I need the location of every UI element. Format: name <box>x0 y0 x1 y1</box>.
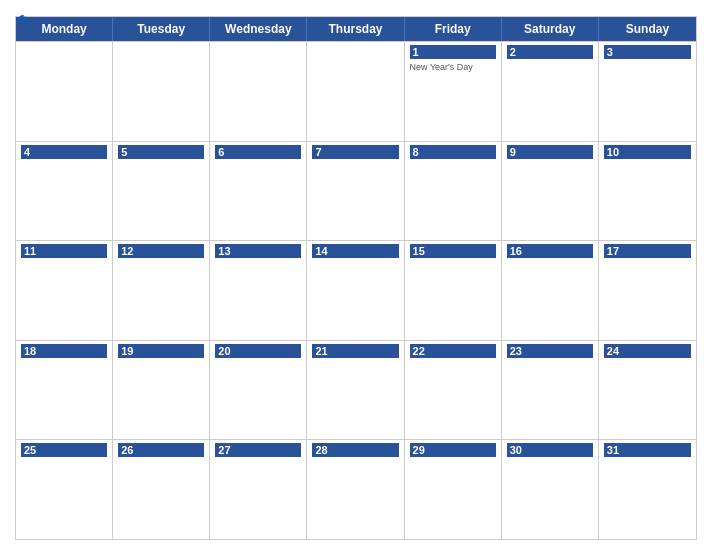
calendar-cell: 17 <box>599 241 696 340</box>
calendar-cell: 21 <box>307 341 404 440</box>
calendar-cell: 22 <box>405 341 502 440</box>
calendar-cell: 6 <box>210 142 307 241</box>
page: Monday Tuesday Wednesday Thursday Friday… <box>0 0 712 550</box>
day-number: 9 <box>507 145 593 159</box>
day-number: 4 <box>21 145 107 159</box>
calendar-cell: 25 <box>16 440 113 539</box>
day-number: 23 <box>507 344 593 358</box>
day-number: 24 <box>604 344 691 358</box>
col-wednesday: Wednesday <box>210 17 307 41</box>
calendar-cell: 12 <box>113 241 210 340</box>
calendar-header-row: Monday Tuesday Wednesday Thursday Friday… <box>16 17 696 41</box>
day-number: 15 <box>410 244 496 258</box>
col-thursday: Thursday <box>307 17 404 41</box>
day-number: 25 <box>21 443 107 457</box>
calendar-cell: 24 <box>599 341 696 440</box>
day-number: 11 <box>21 244 107 258</box>
calendar-cell: 11 <box>16 241 113 340</box>
day-number: 12 <box>118 244 204 258</box>
calendar-week-3: 11121314151617 <box>16 240 696 340</box>
calendar-body: 00001New Year's Day234567891011121314151… <box>16 41 696 539</box>
logo-bird-icon <box>15 10 33 24</box>
calendar-cell: 0 <box>307 42 404 141</box>
day-number: 30 <box>507 443 593 457</box>
day-number: 14 <box>312 244 398 258</box>
logo-blue-text <box>15 10 35 24</box>
col-saturday: Saturday <box>502 17 599 41</box>
calendar-cell: 29 <box>405 440 502 539</box>
calendar-week-4: 18192021222324 <box>16 340 696 440</box>
calendar-cell: 4 <box>16 142 113 241</box>
day-number: 5 <box>118 145 204 159</box>
calendar-cell: 26 <box>113 440 210 539</box>
calendar-cell: 19 <box>113 341 210 440</box>
day-number: 22 <box>410 344 496 358</box>
calendar-week-1: 00001New Year's Day23 <box>16 41 696 141</box>
day-number: 7 <box>312 145 398 159</box>
day-number: 26 <box>118 443 204 457</box>
day-number: 27 <box>215 443 301 457</box>
calendar-cell: 2 <box>502 42 599 141</box>
calendar-cell: 7 <box>307 142 404 241</box>
calendar-cell: 1New Year's Day <box>405 42 502 141</box>
day-number: 6 <box>215 145 301 159</box>
day-number: 10 <box>604 145 691 159</box>
calendar-cell: 0 <box>16 42 113 141</box>
day-number: 28 <box>312 443 398 457</box>
day-number: 2 <box>507 45 593 59</box>
day-number: 17 <box>604 244 691 258</box>
calendar-cell: 0 <box>210 42 307 141</box>
calendar-cell: 10 <box>599 142 696 241</box>
calendar-cell: 31 <box>599 440 696 539</box>
calendar-cell: 14 <box>307 241 404 340</box>
calendar-cell: 5 <box>113 142 210 241</box>
day-number: 29 <box>410 443 496 457</box>
day-number: 31 <box>604 443 691 457</box>
calendar-cell: 27 <box>210 440 307 539</box>
col-tuesday: Tuesday <box>113 17 210 41</box>
day-number: 13 <box>215 244 301 258</box>
calendar-week-5: 25262728293031 <box>16 439 696 539</box>
col-sunday: Sunday <box>599 17 696 41</box>
calendar: Monday Tuesday Wednesday Thursday Friday… <box>15 16 697 540</box>
day-number: 20 <box>215 344 301 358</box>
calendar-cell: 20 <box>210 341 307 440</box>
day-number: 21 <box>312 344 398 358</box>
calendar-cell: 30 <box>502 440 599 539</box>
calendar-cell: 16 <box>502 241 599 340</box>
calendar-cell: 8 <box>405 142 502 241</box>
calendar-cell: 23 <box>502 341 599 440</box>
calendar-cell: 9 <box>502 142 599 241</box>
day-number: 19 <box>118 344 204 358</box>
calendar-cell: 15 <box>405 241 502 340</box>
day-number: 18 <box>21 344 107 358</box>
calendar-cell: 13 <box>210 241 307 340</box>
calendar-cell: 18 <box>16 341 113 440</box>
event-label: New Year's Day <box>410 62 496 72</box>
calendar-cell: 0 <box>113 42 210 141</box>
calendar-week-2: 45678910 <box>16 141 696 241</box>
day-number: 8 <box>410 145 496 159</box>
calendar-cell: 28 <box>307 440 404 539</box>
col-friday: Friday <box>405 17 502 41</box>
logo <box>15 10 35 24</box>
day-number: 16 <box>507 244 593 258</box>
day-number: 1 <box>410 45 496 59</box>
day-number: 3 <box>604 45 691 59</box>
calendar-cell: 3 <box>599 42 696 141</box>
